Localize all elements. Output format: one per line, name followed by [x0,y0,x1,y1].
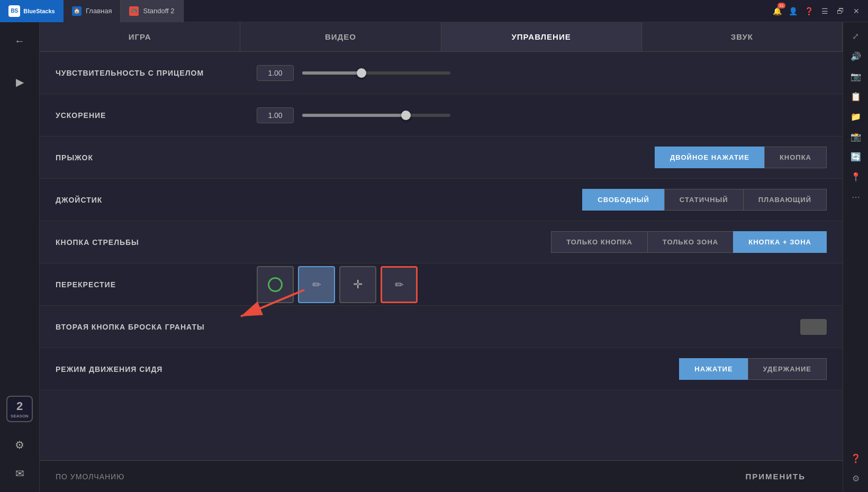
sensitivity-slider-thumb[interactable] [357,68,366,78]
left-sidebar: ← ▶ 2 SEASON ⚙ ✉ [0,22,40,492]
rs-rotate-btn[interactable]: 🔄 [846,147,865,166]
mail-btn[interactable]: ✉ [6,460,33,487]
crouch-mode-control: НАЖАТИЕ УДЕРЖАНИЕ [257,358,827,380]
sensitivity-row: ЧУВСТВИТЕЛЬНОСТЬ С ПРИЦЕЛОМ 1.00 [40,52,843,94]
tab-navigation: ИГРА ВИДЕО УПРАВЛЕНИЕ ЗВУК [40,22,843,52]
joystick-label: ДЖОЙСТИК [56,196,257,204]
bs-title: BlueStacks [23,8,55,14]
joystick-btn-group: СВОБОДНЫЙ СТАТИЧНЫЙ ПЛАВАЮЩИЙ [582,189,827,211]
jump-label: ПРЫЖОК [56,153,257,162]
title-bar-right: 🔔 31 👤 ❓ ☰ 🗗 ✕ [770,4,868,19]
tab-game[interactable]: ИГРА [40,22,240,51]
acceleration-slider-track[interactable] [302,114,450,117]
plus-icon: ✛ [353,278,363,291]
jump-control: ДВОЙНОЕ НАЖАТИЕ КНОПКА [257,147,827,168]
tab-game[interactable]: 🎮 Standoff 2 [121,0,183,22]
apply-button[interactable]: ПРИМЕНИТЬ [724,466,827,487]
shoot-button-zone[interactable]: КНОПКА + ЗОНА [733,231,827,253]
home-tab-icon: 🏠 [72,6,82,16]
tab-home[interactable]: 🏠 Главная [64,0,121,22]
account-btn[interactable]: 👤 [785,4,800,19]
bs-icon: BS [8,5,20,17]
crosshair-label: ПЕРЕКРЕСТИЕ [56,280,257,289]
settings-btn[interactable]: ⚙ [6,432,33,458]
grenade-toggle[interactable] [800,319,827,335]
grenade-row: ВТОРАЯ КНОПКА БРОСКА ГРАНАТЫ [40,306,843,348]
grenade-control [257,319,827,335]
joystick-static[interactable]: СТАТИЧНЫЙ [664,189,743,211]
rs-settings-btn[interactable]: ⚙ [846,469,865,488]
edit-icon: ✏ [312,278,321,291]
restore-btn[interactable]: 🗗 [833,4,848,19]
default-button[interactable]: ПО УМОЛЧАНИЮ [56,472,124,481]
tab-game-label: Standoff 2 [143,7,174,15]
sensitivity-control: 1.00 [257,65,827,81]
tab-home-label: Главная [86,7,112,15]
crosshair-edit1[interactable]: ✏ [298,266,335,303]
title-bar-left: BS BlueStacks 🏠 Главная 🎮 Standoff 2 [0,0,770,22]
sensitivity-slider-track[interactable] [302,71,450,75]
crouch-btn-group: НАЖАТИЕ УДЕРЖАНИЕ [679,358,827,380]
help-btn[interactable]: ❓ [801,4,816,19]
crouch-press[interactable]: НАЖАТИЕ [679,358,747,380]
joystick-row: ДЖОЙСТИК СВОБОДНЫЙ СТАТИЧНЫЙ ПЛАВАЮЩИЙ [40,179,843,221]
acceleration-row: УСКОРЕНИЕ 1.00 [40,94,843,136]
season-label: SEASON [11,414,29,418]
tab-sound[interactable]: ЗВУК [642,22,843,51]
menu-btn[interactable]: ☰ [817,4,832,19]
rs-location-btn[interactable]: 📍 [846,167,865,186]
settings-content: ЧУВСТВИТЕЛЬНОСТЬ С ПРИЦЕЛОМ 1.00 УСКОРЕН… [40,52,843,460]
circle-icon [268,277,283,292]
tab-video[interactable]: ВИДЕО [240,22,441,51]
close-btn[interactable]: ✕ [849,4,864,19]
sensitivity-label: ЧУВСТВИТЕЛЬНОСТЬ С ПРИЦЕЛОМ [56,69,257,77]
back-btn[interactable]: ← [6,28,33,54]
play-btn[interactable]: ▶ [6,69,33,95]
joystick-control: СВОБОДНЫЙ СТАТИЧНЫЙ ПЛАВАЮЩИЙ [257,189,827,211]
content-area: ИГРА ВИДЕО УПРАВЛЕНИЕ ЗВУК ЧУВСТВИТЕЛЬНО… [40,22,843,492]
crosshair-circle[interactable] [257,266,294,303]
tab-control[interactable]: УПРАВЛЕНИЕ [441,22,642,51]
notification-badge: 31 [777,3,785,8]
crosshair-row: ПЕРЕКРЕСТИЕ ✏ ✛ ✏ [40,263,843,306]
main-layout: ← ▶ 2 SEASON ⚙ ✉ ИГРА ВИДЕО УПРАВЛЕНИЕ З… [0,22,868,492]
sensitivity-value: 1.00 [257,65,294,81]
grenade-label: ВТОРАЯ КНОПКА БРОСКА ГРАНАТЫ [56,323,257,331]
rs-camera-btn[interactable]: 📷 [846,67,865,86]
shoot-button-control: ТОЛЬКО КНОПКА ТОЛЬКО ЗОНА КНОПКА + ЗОНА [257,231,827,253]
bluestacks-logo: BS BlueStacks [0,0,64,22]
rs-clipboard-btn[interactable]: 📋 [846,87,865,106]
season-badge: 2 SEASON [6,396,33,422]
shoot-zone-only[interactable]: ТОЛЬКО ЗОНА [647,231,733,253]
acceleration-slider-thumb[interactable] [401,111,411,120]
rs-sound-btn[interactable]: 🔊 [846,47,865,66]
jump-row: ПРЫЖОК ДВОЙНОЕ НАЖАТИЕ КНОПКА [40,136,843,179]
crosshair-plus[interactable]: ✛ [339,266,376,303]
edit2-icon: ✏ [395,278,404,291]
rs-expand-btn[interactable]: ⤢ [846,26,865,45]
bottom-bar: ПО УМОЛЧАНИЮ ПРИМЕНИТЬ [40,460,843,492]
shoot-button-label: КНОПКА СТРЕЛЬБЫ [56,238,257,247]
rs-help-btn[interactable]: ❓ [846,449,865,468]
joystick-floating[interactable]: ПЛАВАЮЩИЙ [743,189,827,211]
crouch-hold[interactable]: УДЕРЖАНИЕ [748,358,827,380]
crosshair-edit2[interactable]: ✏ [381,266,418,303]
rs-more-btn[interactable]: ⋯ [846,187,865,206]
rs-screenshot-btn[interactable]: 📸 [846,127,865,146]
acceleration-value: 1.00 [257,107,294,123]
jump-double-tap[interactable]: ДВОЙНОЕ НАЖАТИЕ [655,147,764,168]
jump-button[interactable]: КНОПКА [764,147,827,168]
jump-btn-group: ДВОЙНОЕ НАЖАТИЕ КНОПКА [655,147,827,168]
shoot-btn-group: ТОЛЬКО КНОПКА ТОЛЬКО ЗОНА КНОПКА + ЗОНА [551,231,827,253]
notification-wrapper[interactable]: 🔔 31 [770,4,784,19]
crouch-mode-row: РЕЖИМ ДВИЖЕНИЯ СИДЯ НАЖАТИЕ УДЕРЖАНИЕ [40,348,843,390]
joystick-free[interactable]: СВОБОДНЫЙ [582,189,664,211]
game-tab-icon: 🎮 [129,6,139,16]
shoot-button-only[interactable]: ТОЛЬКО КНОПКА [551,231,647,253]
acceleration-slider-fill [302,114,406,117]
shoot-button-row: КНОПКА СТРЕЛЬБЫ ТОЛЬКО КНОПКА ТОЛЬКО ЗОН… [40,221,843,263]
rs-folder-btn[interactable]: 📁 [846,107,865,126]
season-number: 2 [16,399,23,413]
right-sidebar: ⤢ 🔊 📷 📋 📁 📸 🔄 📍 ⋯ ❓ ⚙ [843,22,868,492]
crouch-mode-label: РЕЖИМ ДВИЖЕНИЯ СИДЯ [56,365,257,373]
